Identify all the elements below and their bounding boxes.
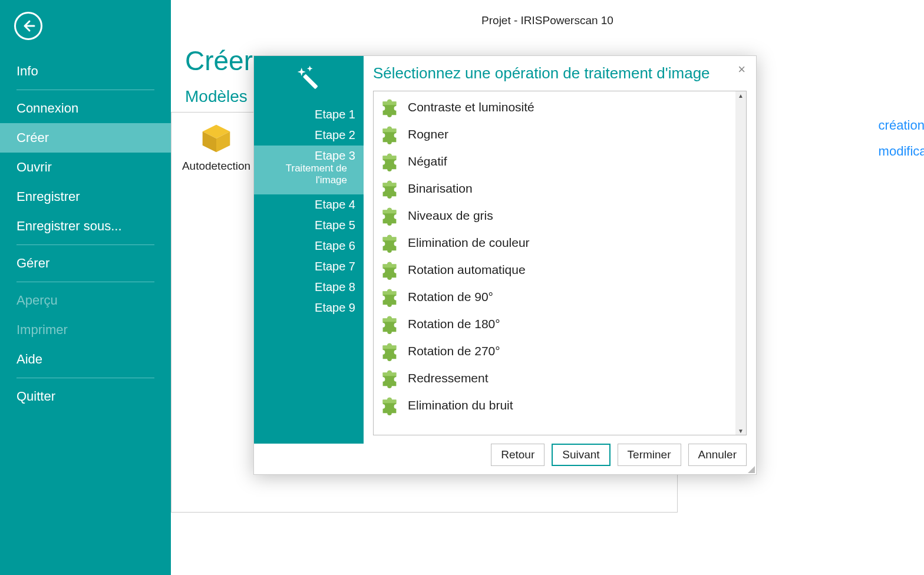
scrollbar[interactable]: ▲ ▼ [735, 91, 746, 435]
link-modification[interactable]: modification [879, 144, 924, 159]
wizard-step-3-sub: Traitement de l'image [259, 163, 355, 191]
divider [16, 244, 154, 245]
operation-item[interactable]: Elimination de couleur [374, 229, 735, 256]
puzzle-icon [378, 204, 401, 227]
scroll-up-icon[interactable]: ▲ [735, 91, 746, 100]
sidebar-item-quitter[interactable]: Quitter [0, 382, 171, 411]
close-button[interactable]: × [733, 60, 750, 80]
sidebar-item-enregistrer-sous[interactable]: Enregistrer sous... [0, 212, 171, 241]
template-item[interactable]: Autodetection [181, 122, 252, 173]
scroll-down-icon[interactable]: ▼ [735, 427, 746, 435]
link-creation[interactable]: création [879, 118, 924, 133]
arrow-left-icon [21, 19, 35, 33]
operation-item[interactable]: Niveaux de gris [374, 202, 735, 229]
sidebar-item-connexion[interactable]: Connexion [0, 94, 171, 123]
svg-marker-3 [298, 68, 306, 76]
wizard-wand-icon [254, 56, 364, 104]
wizard-content: × Sélectionnez une opération de traiteme… [364, 56, 756, 444]
operation-label: Rotation de 180° [408, 317, 500, 331]
puzzle-icon [378, 259, 401, 281]
puzzle-icon [378, 313, 401, 335]
puzzle-icon [378, 96, 401, 118]
wizard-step-1[interactable]: Etape 1 [254, 104, 364, 125]
next-button[interactable]: Suivant [552, 444, 610, 466]
puzzle-icon [378, 123, 401, 146]
operation-item[interactable]: Rogner [374, 121, 735, 148]
puzzle-icon [378, 367, 401, 389]
operation-label: Elimination de couleur [408, 236, 530, 250]
puzzle-icon [378, 150, 401, 173]
sidebar-item-info[interactable]: Info [0, 57, 171, 86]
operations-list[interactable]: Contraste et luminositéRognerNégatifBina… [374, 91, 735, 435]
wizard-step-8[interactable]: Etape 8 [254, 277, 364, 298]
wizard-step-3-label: Etape 3 [259, 149, 355, 163]
operation-item[interactable]: Négatif [374, 148, 735, 175]
operation-item[interactable]: Rotation de 270° [374, 338, 735, 365]
operation-label: Niveaux de gris [408, 209, 493, 223]
puzzle-icon [378, 394, 401, 417]
cancel-button[interactable]: Annuler [688, 444, 747, 466]
puzzle-icon [378, 286, 401, 308]
template-label: Autodetection [181, 160, 252, 173]
wizard-step-9[interactable]: Etape 9 [254, 298, 364, 318]
back-button[interactable]: Retour [491, 444, 544, 466]
operation-label: Rotation de 90° [408, 290, 493, 304]
wizard-dialog: Etape 1 Etape 2 Etape 3 Traitement de l'… [253, 55, 757, 475]
sidebar-item-gerer[interactable]: Gérer [0, 249, 171, 278]
box-icon [200, 122, 233, 155]
operation-label: Redressement [408, 371, 489, 385]
operation-label: Rogner [408, 127, 448, 141]
operation-label: Rotation automatique [408, 263, 526, 277]
puzzle-icon [378, 177, 401, 200]
sidebar-item-enregistrer[interactable]: Enregistrer [0, 182, 171, 212]
wizard-steps-panel: Etape 1 Etape 2 Etape 3 Traitement de l'… [254, 56, 364, 444]
wizard-footer: Retour Suivant Terminer Annuler [254, 444, 756, 474]
divider [16, 378, 154, 378]
sidebar-item-creer[interactable]: Créer [0, 123, 171, 153]
operation-label: Négatif [408, 154, 447, 168]
sidebar-item-imprimer: Imprimer [0, 315, 171, 345]
sidebar: Info Connexion Créer Ouvrir Enregistrer … [0, 0, 171, 575]
right-links: création modification [879, 118, 924, 170]
operation-item[interactable]: Binarisation [374, 175, 735, 202]
wizard-step-3[interactable]: Etape 3 Traitement de l'image [254, 146, 364, 194]
svg-rect-5 [303, 74, 318, 90]
operation-item[interactable]: Rotation automatique [374, 256, 735, 283]
sidebar-item-apercu: Aperçu [0, 286, 171, 315]
wizard-step-4[interactable]: Etape 4 [254, 194, 364, 215]
operation-item[interactable]: Elimination du bruit [374, 392, 735, 419]
operation-item[interactable]: Rotation de 90° [374, 283, 735, 310]
operation-item[interactable]: Contraste et luminosité [374, 94, 735, 121]
operation-item[interactable]: Redressement [374, 365, 735, 392]
wizard-step-2[interactable]: Etape 2 [254, 125, 364, 146]
back-button[interactable] [14, 12, 42, 40]
puzzle-icon [378, 232, 401, 254]
svg-marker-4 [307, 66, 313, 72]
operation-label: Contraste et luminosité [408, 100, 534, 114]
operation-label: Elimination du bruit [408, 398, 513, 412]
wizard-title: Sélectionnez une opération de traitement… [373, 64, 747, 82]
puzzle-icon [378, 340, 401, 362]
divider [16, 282, 154, 282]
wizard-step-5[interactable]: Etape 5 [254, 215, 364, 236]
wizard-step-6[interactable]: Etape 6 [254, 236, 364, 256]
finish-button[interactable]: Terminer [618, 444, 681, 466]
resize-grip-icon[interactable] [747, 465, 755, 473]
window-title: Projet - IRISPowerscan 10 [185, 0, 910, 27]
sidebar-item-aide[interactable]: Aide [0, 345, 171, 374]
operation-label: Binarisation [408, 181, 473, 196]
operation-item[interactable]: Rotation de 180° [374, 310, 735, 338]
sidebar-item-ouvrir[interactable]: Ouvrir [0, 153, 171, 182]
wizard-step-7[interactable]: Etape 7 [254, 256, 364, 277]
operation-label: Rotation de 270° [408, 344, 500, 358]
divider [16, 90, 154, 90]
